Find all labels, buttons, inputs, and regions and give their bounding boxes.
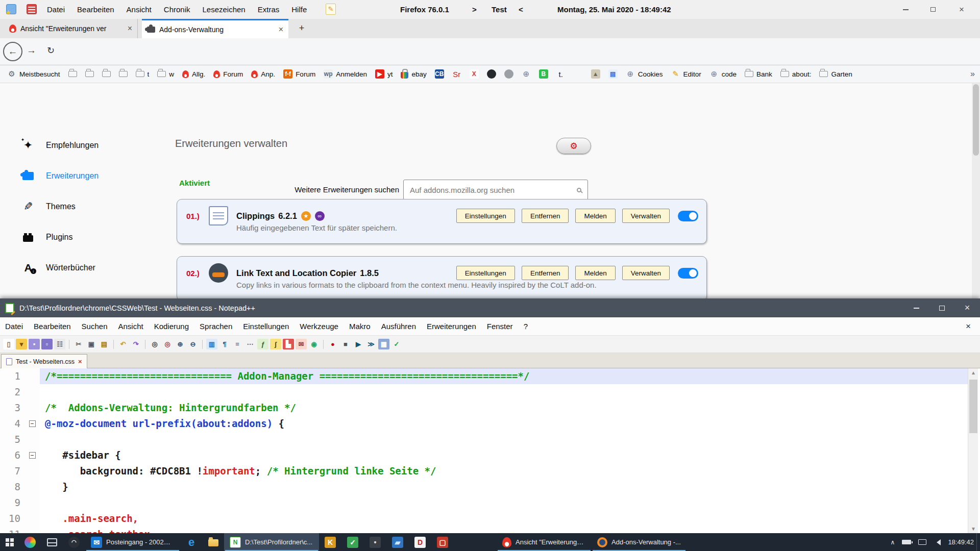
taskbar-app-blue[interactable]: ▰ xyxy=(386,533,409,551)
forward-button[interactable]: → xyxy=(27,45,36,56)
tab-active-addons[interactable]: Add-ons-Verwaltung × xyxy=(142,19,288,38)
session-manager-icon[interactable] xyxy=(6,4,16,14)
file-tab[interactable]: Test - Webseiten.css × xyxy=(1,354,87,368)
battery-icon[interactable] xyxy=(902,540,911,544)
bookmark-item[interactable]: X xyxy=(470,69,479,79)
bookmark-item[interactable]: ▶ yt xyxy=(375,69,393,79)
addon-name[interactable]: Link Text and Location Copier xyxy=(236,268,356,278)
open-file-icon[interactable]: ▾ xyxy=(16,339,27,349)
firefox-menu-item[interactable]: Bearbeiten xyxy=(77,5,114,14)
bookmark-item[interactable]: ✎ Editor xyxy=(671,69,701,79)
bookmark-item[interactable] xyxy=(487,69,496,79)
addon-action-button[interactable]: Entfernen xyxy=(522,266,569,280)
bookmark-item[interactable]: f-f Forum xyxy=(283,69,315,79)
notepadpp-menu-item[interactable]: Makro xyxy=(349,322,371,331)
taskbar-app-colorwheel[interactable] xyxy=(19,533,41,551)
tab-inactive[interactable]: Ansicht "Erweiterungen ver × xyxy=(4,19,138,38)
notepadpp-menu-item[interactable]: Kodierung xyxy=(154,322,189,331)
scroll-up-icon[interactable]: ▲ xyxy=(968,368,978,377)
code-line[interactable]: 2 xyxy=(0,384,968,400)
doc-map-icon[interactable]: ʃ xyxy=(270,339,281,349)
bookmark-item[interactable] xyxy=(68,71,77,77)
bookmark-item[interactable] xyxy=(119,71,128,77)
doc-close-icon[interactable]: × xyxy=(966,321,971,332)
addon-action-button[interactable]: Verwalten xyxy=(622,266,670,280)
code-line[interactable]: 11 .search-textbox, xyxy=(0,527,968,533)
notepadpp-menu-item[interactable]: Einstellungen xyxy=(243,322,289,331)
cut-icon[interactable]: ✂ xyxy=(73,339,84,349)
taskbar-firefox-window-2[interactable]: Add-ons-Verwaltung -... xyxy=(592,533,687,551)
addon-name[interactable]: Clippings xyxy=(236,211,275,221)
paste-icon[interactable]: ▤ xyxy=(99,339,110,349)
code-line[interactable]: 5 xyxy=(0,432,968,447)
bookmark-item[interactable] xyxy=(504,69,513,79)
replace-icon[interactable]: ◎ xyxy=(162,339,173,349)
minimize-button[interactable] xyxy=(903,298,929,317)
bookmark-item[interactable]: w xyxy=(157,70,174,78)
code-line[interactable]: 10 .main-search, xyxy=(0,511,968,527)
copy-icon[interactable]: ▣ xyxy=(86,339,97,349)
addon-action-button[interactable]: Melden xyxy=(575,266,615,280)
display-icon[interactable] xyxy=(918,539,926,545)
sidebar-item-erweiterungen[interactable]: Erweiterungen xyxy=(20,161,148,191)
taskbar-edge[interactable]: e xyxy=(180,533,203,551)
zoom-in-icon[interactable]: ⊕ xyxy=(175,339,186,349)
code-line[interactable]: 9 xyxy=(0,495,968,511)
macro-play-icon[interactable]: ▶ xyxy=(353,339,364,349)
bookmark-item[interactable]: Forum xyxy=(213,70,243,78)
new-file-icon[interactable]: ▯ xyxy=(3,339,14,349)
taskbar-mail-window[interactable]: ✉ Posteingang - 2002An... xyxy=(85,533,180,551)
firefox-menu-item[interactable]: Lesezeichen xyxy=(202,5,245,14)
bookmark-item[interactable]: Garten xyxy=(819,70,852,78)
sidebar-item-woerterbuecher[interactable]: A Wörterbücher xyxy=(20,253,148,283)
close-button[interactable]: × xyxy=(950,0,973,19)
bookmark-item[interactable]: ⚙ Meistbesucht xyxy=(7,69,60,79)
tray-expand-icon[interactable]: ∧ xyxy=(891,539,895,546)
addons-tools-button[interactable]: ⚙ xyxy=(556,138,591,154)
notepadpp-menu-item[interactable]: Datei xyxy=(5,322,23,331)
code-line[interactable]: 4 − @-moz-document url-prefix(about:addo… xyxy=(0,416,968,432)
clock[interactable]: 18:49:42 xyxy=(948,538,974,546)
split-view-icon[interactable]: ▥ xyxy=(206,339,217,349)
taskbar-app-d[interactable]: D xyxy=(409,533,431,551)
start-button[interactable] xyxy=(0,533,19,551)
firefox-menu-item[interactable]: Hilfe xyxy=(291,5,307,14)
macro-record-icon[interactable]: ● xyxy=(327,339,338,349)
scroll-down-icon[interactable]: ▼ xyxy=(968,524,978,533)
zoom-out-icon[interactable]: ⊖ xyxy=(187,339,199,349)
taskbar-app-dark[interactable]: ◠ xyxy=(63,533,85,551)
undo-icon[interactable]: ↶ xyxy=(117,339,129,349)
monitor-icon[interactable]: ◉ xyxy=(308,339,320,349)
bookmark-item[interactable]: ⊕ Cookies xyxy=(626,69,663,79)
addon-action-button[interactable]: Melden xyxy=(575,209,615,223)
notepadpp-menu-item[interactable]: Werkzeuge xyxy=(300,322,338,331)
taskbar-firefox-window-1[interactable]: Ansicht "Erweiterunge... xyxy=(497,533,592,551)
firefox-menu-item[interactable]: Chronik xyxy=(164,5,190,14)
show-symbols-icon[interactable]: ¶ xyxy=(219,339,230,349)
bookmark-item[interactable] xyxy=(574,69,583,79)
taskbar-app-monitor[interactable] xyxy=(41,533,63,551)
sidebar-item-empfehlungen[interactable]: ✦ Empfehlungen xyxy=(20,130,148,161)
find-icon[interactable]: ◎ xyxy=(149,339,160,349)
bookmark-item[interactable]: ▲ xyxy=(591,69,600,79)
tab-close-icon[interactable]: × xyxy=(279,25,283,34)
bookmark-item[interactable]: ⊕ xyxy=(522,69,531,79)
restore-button[interactable] xyxy=(922,0,944,19)
bookmark-item[interactable]: Bank xyxy=(745,70,772,78)
fold-collapse-icon[interactable]: − xyxy=(29,420,36,427)
tab-close-icon[interactable]: × xyxy=(128,24,132,33)
bookmark-item[interactable]: ebay xyxy=(401,70,426,79)
notepadpp-menu-item[interactable]: Fenster xyxy=(487,322,513,331)
save-icon[interactable]: ▪ xyxy=(29,339,40,349)
spellcheck-icon[interactable]: ✓ xyxy=(391,339,402,349)
scrollbar-thumb[interactable] xyxy=(969,380,977,433)
notepadpp-menu-item[interactable]: Ausführen xyxy=(381,322,416,331)
macro-multi-icon[interactable]: ≫ xyxy=(365,339,377,349)
fold-collapse-icon[interactable]: − xyxy=(29,452,36,459)
notepadpp-menu-item[interactable]: Ansicht xyxy=(118,322,143,331)
addon-enabled-toggle[interactable] xyxy=(678,268,698,279)
bookmarks-overflow-chevron[interactable]: » xyxy=(970,69,975,79)
bookmark-item[interactable]: ▤ xyxy=(608,69,618,79)
word-wrap-icon[interactable]: ≡ xyxy=(232,339,243,349)
speaker-icon[interactable] xyxy=(934,539,941,545)
